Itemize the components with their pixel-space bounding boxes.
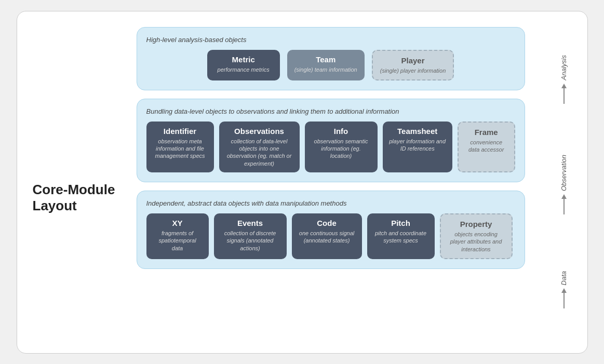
metric-card-desc: performance metrics <box>218 66 270 73</box>
code-card-desc: one continuous signal (annotated states) <box>298 230 356 245</box>
observation-axis-label: Observation <box>560 155 568 191</box>
code-card-title: Code <box>317 219 337 227</box>
right-axis: Analysis Observation Data <box>551 27 577 343</box>
events-card-title: Events <box>237 219 263 227</box>
data-section-label: Independent, abstract data objects with … <box>146 199 515 207</box>
data-cards-row: XY fragments of spatiotemporal data Even… <box>146 213 515 259</box>
analysis-axis-label: Analysis <box>560 55 568 80</box>
team-card: Team (single) team information <box>287 50 365 80</box>
metric-card: Metric performance metrics <box>207 50 280 80</box>
frame-card: Frame convenience data accessor <box>458 122 515 172</box>
info-card-desc: observation semantic information (eg. lo… <box>311 138 371 160</box>
pitch-card: Pitch pitch and coordinate system specs <box>367 213 435 259</box>
observations-card: Observations collection of data-level ob… <box>219 122 300 172</box>
info-card-title: Info <box>334 127 348 136</box>
data-arrow-head <box>561 288 567 293</box>
observation-section: Bundling data-level objects to observati… <box>137 99 525 182</box>
layout-body: Core-Module Layout High-level analysis-b… <box>33 27 577 343</box>
observation-arrow-body <box>563 199 565 214</box>
player-card-desc: (single) player information <box>380 67 446 74</box>
xy-card: XY fragments of spatiotemporal data <box>146 213 209 259</box>
analysis-arrow-body <box>563 88 565 104</box>
property-card: Property objects encoding player attribu… <box>440 213 513 259</box>
observations-card-desc: collection of data-level objects into on… <box>225 138 293 167</box>
observation-axis-section: Observation <box>560 132 568 237</box>
analysis-cards-row: Metric performance metrics Team (single)… <box>146 50 515 80</box>
data-axis-section: Data <box>560 237 568 343</box>
property-card-desc: objects encoding player attributes and i… <box>447 231 505 253</box>
analysis-axis-section: Analysis <box>560 27 568 132</box>
info-card: Info observation semantic information (e… <box>305 122 378 172</box>
observation-section-label: Bundling data-level objects to observati… <box>146 107 515 115</box>
code-card: Code one continuous signal (annotated st… <box>292 213 362 259</box>
frame-card-title: Frame <box>475 128 498 137</box>
data-axis-label: Data <box>560 271 568 285</box>
frame-card-desc: convenience data accessor <box>465 139 508 154</box>
center-sections: High-level analysis-based objects Metric… <box>137 27 551 343</box>
property-card-title: Property <box>460 220 492 228</box>
analysis-section: High-level analysis-based objects Metric… <box>137 27 525 90</box>
left-title-area: Core-Module Layout <box>33 27 137 343</box>
identifier-card: Identifier observation meta information … <box>146 122 214 172</box>
data-axis-arrow <box>561 288 567 308</box>
xy-card-desc: fragments of spatiotemporal data <box>153 230 203 252</box>
analysis-section-label: High-level analysis-based objects <box>146 36 515 44</box>
analysis-axis-arrow <box>561 84 567 104</box>
player-card-title: Player <box>401 56 425 65</box>
teamsheet-card-desc: player information and ID references <box>389 138 446 153</box>
analysis-arrow-head <box>561 84 567 88</box>
page-title: Core-Module Layout <box>33 171 147 214</box>
identifier-card-desc: observation meta information and file ma… <box>153 138 208 160</box>
teamsheet-card-title: Teamsheet <box>397 127 437 136</box>
team-card-desc: (single) team information <box>294 66 357 73</box>
observations-card-title: Observations <box>234 127 284 136</box>
player-card: Player (single) player information <box>372 50 454 80</box>
pitch-card-title: Pitch <box>391 219 410 227</box>
identifier-card-title: Identifier <box>164 127 196 136</box>
data-arrow-body <box>563 293 565 308</box>
pitch-card-desc: pitch and coordinate system specs <box>373 230 428 245</box>
observation-cards-row: Identifier observation meta information … <box>146 122 515 172</box>
team-card-title: Team <box>316 55 335 64</box>
observation-arrow-head <box>561 194 567 199</box>
xy-card-title: XY <box>172 219 182 227</box>
observation-axis-arrow <box>561 194 567 214</box>
events-card-desc: collection of discrete signals (annotate… <box>220 230 280 252</box>
metric-card-title: Metric <box>232 55 255 64</box>
events-card: Events collection of discrete signals (a… <box>214 213 287 259</box>
main-container: Core-Module Layout High-level analysis-b… <box>17 11 588 354</box>
data-section: Independent, abstract data objects with … <box>137 191 525 269</box>
teamsheet-card: Teamsheet player information and ID refe… <box>383 122 452 172</box>
